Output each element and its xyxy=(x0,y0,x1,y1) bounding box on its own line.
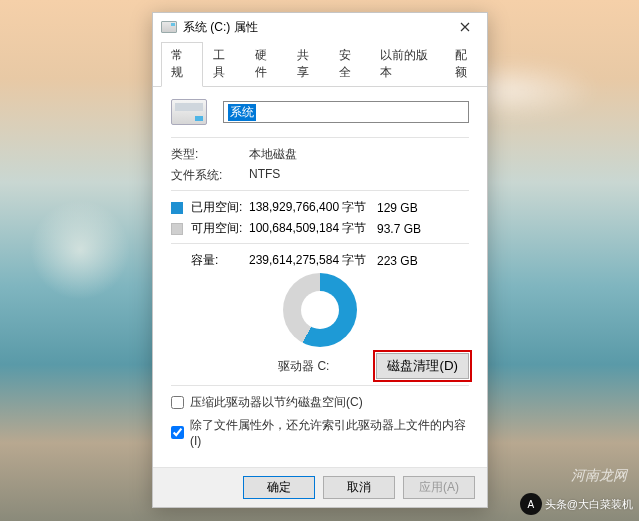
compress-checkbox-label: 压缩此驱动器以节约磁盘空间(C) xyxy=(190,394,363,411)
used-bytes: 138,929,766,400 字节 xyxy=(249,199,377,216)
wallpaper-sun xyxy=(30,200,130,300)
used-space-row: 已用空间: 138,929,766,400 字节 129 GB xyxy=(171,199,469,216)
tab-previous[interactable]: 以前的版本 xyxy=(370,42,445,87)
separator xyxy=(171,190,469,191)
index-checkbox-row[interactable]: 除了文件属性外，还允许索引此驱动器上文件的内容(I) xyxy=(171,417,469,448)
used-gb: 129 GB xyxy=(377,201,418,215)
separator xyxy=(171,137,469,138)
disk-cleanup-button[interactable]: 磁盘清理(D) xyxy=(376,353,469,379)
watermark-site: 河南龙网 xyxy=(571,467,627,485)
tab-quota[interactable]: 配额 xyxy=(445,42,487,87)
capacity-label: 容量: xyxy=(191,252,249,269)
tab-strip: 常规 工具 硬件 共享 安全 以前的版本 配额 xyxy=(153,41,487,87)
free-label: 可用空间: xyxy=(191,220,249,237)
close-icon xyxy=(460,22,470,32)
type-value: 本地磁盘 xyxy=(249,146,297,163)
apply-button[interactable]: 应用(A) xyxy=(403,476,475,499)
tab-hardware[interactable]: 硬件 xyxy=(245,42,287,87)
separator xyxy=(171,385,469,386)
used-swatch-icon xyxy=(171,202,183,214)
free-swatch-icon xyxy=(171,223,183,235)
compress-checkbox[interactable] xyxy=(171,396,184,409)
free-bytes: 100,684,509,184 字节 xyxy=(249,220,377,237)
tab-general[interactable]: 常规 xyxy=(161,42,203,87)
window-title: 系统 (C:) 属性 xyxy=(183,19,445,36)
dialog-footer: 确定 取消 应用(A) xyxy=(153,467,487,507)
properties-dialog: 系统 (C:) 属性 常规 工具 硬件 共享 安全 以前的版本 配额 系统 类型… xyxy=(152,12,488,508)
avatar-icon: A xyxy=(520,493,542,515)
tab-content-general: 系统 类型: 本地磁盘 文件系统: NTFS 已用空间: 138,929,766… xyxy=(153,87,487,467)
titlebar: 系统 (C:) 属性 xyxy=(153,13,487,41)
index-checkbox-label: 除了文件属性外，还允许索引此驱动器上文件的内容(I) xyxy=(190,417,469,448)
type-label: 类型: xyxy=(171,146,249,163)
watermark-source: A 头条@大白菜装机 xyxy=(520,493,633,515)
volume-name-input[interactable]: 系统 xyxy=(223,101,469,123)
capacity-bytes: 239,614,275,584 字节 xyxy=(249,252,377,269)
drive-icon xyxy=(161,21,177,33)
separator xyxy=(171,243,469,244)
watermark-source-text: 头条@大白菜装机 xyxy=(545,497,633,512)
drive-large-icon xyxy=(171,99,207,125)
usage-donut-chart xyxy=(283,273,357,347)
free-space-row: 可用空间: 100,684,509,184 字节 93.7 GB xyxy=(171,220,469,237)
tab-sharing[interactable]: 共享 xyxy=(287,42,329,87)
index-checkbox[interactable] xyxy=(171,426,184,439)
filesystem-value: NTFS xyxy=(249,167,280,184)
tab-security[interactable]: 安全 xyxy=(329,42,371,87)
compress-checkbox-row[interactable]: 压缩此驱动器以节约磁盘空间(C) xyxy=(171,394,469,411)
used-label: 已用空间: xyxy=(191,199,249,216)
volume-name-value: 系统 xyxy=(228,104,256,121)
drive-name-label: 驱动器 C: xyxy=(171,358,376,375)
close-button[interactable] xyxy=(445,14,485,40)
tab-tools[interactable]: 工具 xyxy=(203,42,245,87)
cancel-button[interactable]: 取消 xyxy=(323,476,395,499)
free-gb: 93.7 GB xyxy=(377,222,421,236)
capacity-gb: 223 GB xyxy=(377,254,418,268)
capacity-row: 容量: 239,614,275,584 字节 223 GB xyxy=(191,252,469,269)
filesystem-label: 文件系统: xyxy=(171,167,249,184)
ok-button[interactable]: 确定 xyxy=(243,476,315,499)
